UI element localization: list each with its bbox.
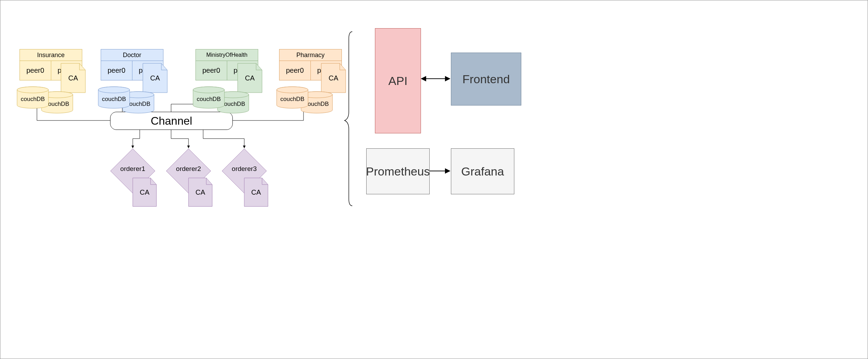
org-pharmacy-title: Pharmacy [279,49,342,61]
frontend-box: Frontend [451,53,521,106]
org-pharmacy-ca: CA [321,63,346,93]
api-box: API [375,28,421,133]
org-pharmacy-peer0: peer0 [279,61,311,80]
channel-node: Channel [110,112,233,130]
orderer3: orderer3 CA [222,148,267,194]
orderer1-ca: CA [132,178,157,207]
org-ministry-peer0: peer0 [195,61,227,80]
prometheus-box: Prometheus [366,148,430,194]
org-doctor-peer0: peer0 [101,61,132,80]
orderer1: orderer1 CA [110,148,155,194]
org-ministry-couchdb0: couchDB [193,87,225,108]
org-doctor-ca: CA [143,63,168,93]
org-pharmacy-couchdb0: couchDB [276,87,308,108]
orderer2-ca: CA [188,178,213,207]
org-doctor-couchdb0: couchDB [98,87,130,108]
org-ministry-title: MinistryOfHealth [195,49,258,61]
org-insurance-ca: CA [61,63,86,93]
org-insurance-couchdb0: couchDB [17,87,49,108]
orderer2: orderer2 CA [166,148,211,194]
org-doctor-title: Doctor [101,49,163,61]
orderer3-ca: CA [244,178,268,207]
grafana-box: Grafana [451,148,514,194]
org-ministry-ca: CA [237,63,262,93]
org-insurance-peer0: peer0 [20,61,51,80]
org-insurance-title: Insurance [20,49,82,61]
